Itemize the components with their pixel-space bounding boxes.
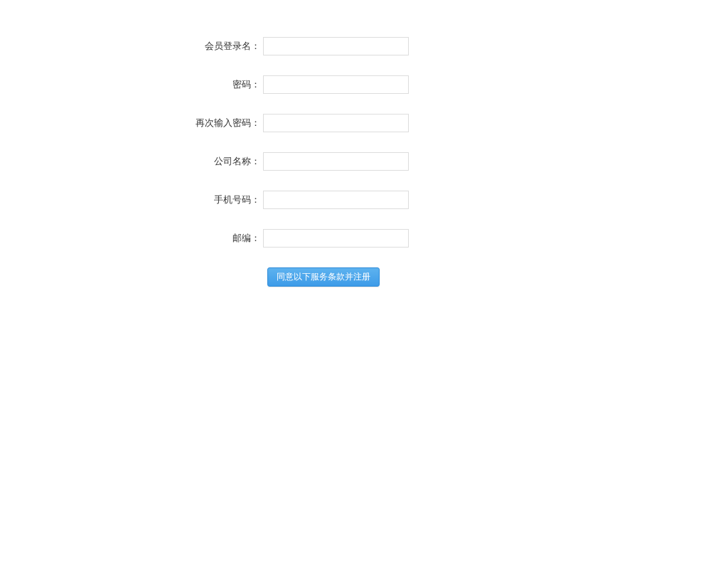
password-confirm-label: 再次输入密码： — [0, 117, 263, 129]
form-row-zipcode: 邮编： — [0, 229, 728, 248]
password-input[interactable] — [263, 75, 409, 94]
password-label: 密码： — [0, 78, 263, 91]
form-row-username: 会员登录名： — [0, 37, 728, 55]
company-input[interactable] — [263, 152, 409, 171]
form-row-password-confirm: 再次输入密码： — [0, 114, 728, 132]
form-row-phone: 手机号码： — [0, 191, 728, 209]
registration-form: 会员登录名： 密码： 再次输入密码： 公司名称： 手机号码： 邮编： 同意以下服… — [0, 0, 728, 287]
phone-label: 手机号码： — [0, 193, 263, 206]
zipcode-label: 邮编： — [0, 232, 263, 245]
phone-input[interactable] — [263, 191, 409, 209]
submit-row: 同意以下服务条款并注册 — [0, 267, 728, 287]
company-label: 公司名称： — [0, 155, 263, 168]
form-row-password: 密码： — [0, 75, 728, 94]
submit-button[interactable]: 同意以下服务条款并注册 — [267, 267, 380, 287]
zipcode-input[interactable] — [263, 229, 409, 248]
form-row-company: 公司名称： — [0, 152, 728, 171]
password-confirm-input[interactable] — [263, 114, 409, 132]
username-label: 会员登录名： — [0, 40, 263, 53]
username-input[interactable] — [263, 37, 409, 55]
button-spacer — [0, 267, 267, 287]
